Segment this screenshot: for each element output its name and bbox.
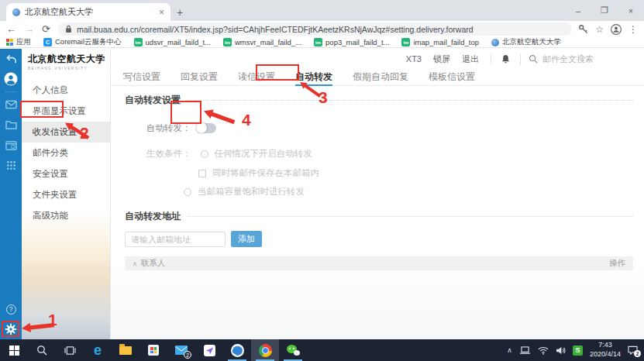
condition-row-when-full: 当邮箱容量饱和时进行转发: [184, 186, 633, 198]
blue-circle-app-taskbar-icon[interactable]: [223, 339, 251, 361]
sidebar-item-security-settings[interactable]: 安全设置: [22, 163, 110, 184]
tab-auto-forward[interactable]: 自动转发: [295, 69, 332, 86]
add-address-button[interactable]: 添加: [231, 231, 262, 247]
notification-bell-icon[interactable]: [501, 54, 511, 64]
forward-address-row: 添加: [125, 231, 633, 247]
sidebar-item-mail-classification[interactable]: 邮件分类: [22, 143, 110, 163]
edge-taskbar-icon[interactable]: e: [84, 339, 112, 361]
bookmark-udsvr[interactable]: lm udsvr_mail_faild_t...: [134, 38, 211, 46]
logo-title: 北京航空航天大学: [28, 53, 110, 66]
tab-template-settings[interactable]: 模板信设置: [429, 69, 475, 86]
taskbar-search-button[interactable]: [28, 339, 56, 361]
tray-chevron-icon[interactable]: ∧: [507, 346, 512, 354]
mail-icon[interactable]: [0, 95, 22, 115]
bookmarks-bar: 应用 C Coremail云服务中心 lm udsvr_mail_faild_t…: [0, 37, 644, 48]
contact-column-header[interactable]: 联系人: [141, 258, 166, 269]
logo-subtitle: BEIHANG UNIVERSITY: [28, 67, 110, 70]
condition-row-any: 生效条件： 任何情况下开启自动转发: [146, 148, 633, 160]
radio-when-full[interactable]: [184, 188, 191, 196]
coremail-icon: C: [43, 38, 52, 46]
back-return-icon[interactable]: [0, 49, 22, 69]
tab-favicon: [12, 9, 20, 16]
bookmark-apps[interactable]: 应用: [6, 37, 31, 47]
start-button[interactable]: [0, 339, 28, 361]
strip-divider: [5, 91, 16, 92]
file-explorer-taskbar-icon[interactable]: [112, 339, 139, 361]
ime-indicator[interactable]: S: [573, 346, 583, 356]
browser-tab[interactable]: 北京航空航天大学 ×: [6, 3, 170, 21]
university-logo: 北京航空航天大学 BEIHANG UNIVERSITY: [22, 49, 110, 70]
bookmark-imap[interactable]: lm imap_mail_faild_top: [401, 38, 479, 46]
browser-menu-icon[interactable]: ⋮: [629, 24, 638, 35]
webmail-app: ? 北京航空航天大学 BEIHANG UNIVERSITY 个人信息 界面显示设…: [0, 49, 644, 339]
tab-vacation-auto-reply[interactable]: 假期自动回复: [353, 69, 408, 86]
forward-address-input[interactable]: [125, 232, 226, 247]
task-view-button[interactable]: [56, 339, 84, 361]
version-link[interactable]: XT3: [406, 54, 422, 64]
action-center-icon[interactable]: 2: [628, 346, 638, 355]
dotted-divider: [187, 100, 633, 101]
settings-gear-icon[interactable]: [0, 319, 22, 339]
lock-screen-link[interactable]: 锁屏: [433, 53, 450, 65]
sort-asc-icon[interactable]: ∧: [133, 260, 137, 267]
volume-icon[interactable]: [556, 346, 566, 355]
mail-taskbar-icon[interactable]: 2: [167, 339, 195, 361]
help-icon[interactable]: ?: [0, 299, 22, 319]
bookmark-buaa[interactable]: 北京航空航天大学: [491, 37, 561, 47]
wifi-icon[interactable]: [538, 346, 549, 355]
folder-icon[interactable]: [0, 115, 22, 135]
bookmark-wmsvr[interactable]: lm wmsvr_mail_faild_...: [223, 38, 301, 46]
profile-avatar-icon[interactable]: [611, 24, 622, 35]
auto-forward-toggle-row: 自动转发：: [146, 118, 633, 138]
address-omnibox[interactable]: mail.buaa.edu.cn/coremail/XT5/index.jsp?…: [58, 22, 572, 36]
close-window-button[interactable]: ×: [618, 0, 644, 21]
sidebar-item-folder-settings[interactable]: 文件夹设置: [22, 184, 110, 205]
tab-compose-settings[interactable]: 写信设置: [123, 69, 160, 86]
minimize-button[interactable]: –: [565, 0, 591, 21]
toggle-label: 自动转发：: [146, 122, 191, 134]
lock-icon: [65, 25, 72, 33]
back-icon[interactable]: ←: [6, 24, 16, 34]
radio-any-case[interactable]: [201, 150, 208, 158]
forward-icon[interactable]: →: [24, 24, 34, 34]
clock-time: 7:43: [590, 341, 621, 350]
mail-badge: 2: [184, 351, 191, 359]
mail-search-box[interactable]: 邮件全文搜索: [520, 53, 638, 65]
condition-label: 生效条件：: [146, 148, 191, 160]
apps-dots-icon[interactable]: [0, 155, 22, 175]
checkbox-keep-copy-label: 同时将邮件保存在本邮箱内: [212, 167, 319, 179]
section-forward-address: 自动转发地址: [125, 210, 633, 222]
bookmark-star-icon[interactable]: ☆: [595, 24, 604, 35]
maximize-button[interactable]: ❐: [591, 0, 618, 21]
action-column-header: 操作: [609, 258, 625, 269]
taskbar-clock[interactable]: 7:43 2020/4/14: [590, 341, 621, 359]
wechat-taskbar-icon[interactable]: [279, 339, 307, 361]
display-icon[interactable]: [519, 346, 531, 355]
checkbox-keep-copy[interactable]: [198, 170, 206, 177]
calendar-icon[interactable]: [0, 135, 22, 155]
bookmark-pop3[interactable]: lm pop3_mail_faild_t...: [314, 38, 389, 46]
user-avatar-icon[interactable]: [0, 69, 22, 89]
bookmark-coremail[interactable]: C Coremail云服务中心: [43, 37, 122, 47]
reload-icon[interactable]: ⟳: [42, 24, 50, 34]
logout-link[interactable]: 退出: [462, 53, 479, 65]
tab-close-icon[interactable]: ×: [159, 7, 164, 18]
new-tab-button[interactable]: +: [170, 3, 189, 21]
search-icon: [36, 345, 47, 356]
window-controls: – ❐ ×: [565, 0, 644, 21]
system-tray: ∧ S 7:43 2020/4/14 2: [507, 341, 644, 359]
tab-reply-settings[interactable]: 回复设置: [181, 69, 218, 86]
sidebar-item-send-receive-settings[interactable]: 收发信设置: [22, 122, 110, 143]
buaa-favicon: [491, 39, 499, 46]
microsoft-store-taskbar-icon[interactable]: [139, 339, 167, 361]
auto-forward-toggle[interactable]: [196, 123, 216, 133]
tab-read-settings[interactable]: 读信设置: [238, 69, 275, 86]
auto-forward-panel: 自动转发设置 自动转发： 生效条件： 任何情况下开启自动转发 同时将邮件保存在本…: [111, 86, 644, 270]
key-icon[interactable]: [578, 24, 588, 34]
sidebar-item-display-settings[interactable]: 界面显示设置: [22, 101, 110, 122]
sidebar-item-personal-info[interactable]: 个人信息: [22, 80, 110, 101]
purple-app-taskbar-icon[interactable]: [195, 339, 223, 361]
section-title: 自动转发地址: [125, 210, 181, 223]
chrome-taskbar-icon[interactable]: [251, 339, 279, 361]
sidebar-item-advanced-features[interactable]: 高级功能: [22, 205, 110, 226]
